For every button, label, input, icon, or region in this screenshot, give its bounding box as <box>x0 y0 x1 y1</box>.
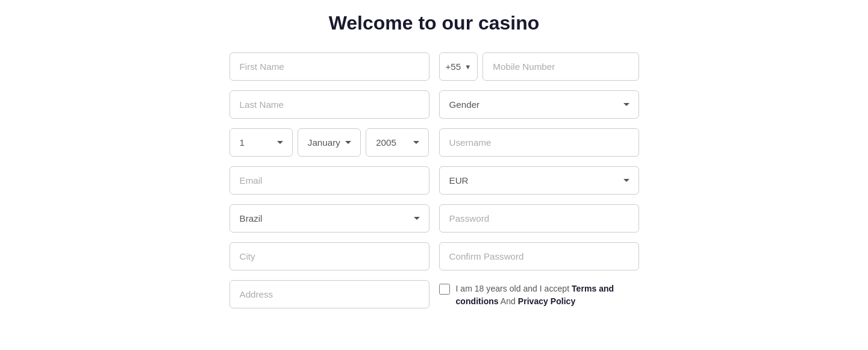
currency-select[interactable]: EUR USD BRL GBP <box>439 166 639 195</box>
month-select[interactable]: January February March <box>298 128 361 157</box>
confirm-password-field-wrap <box>439 242 639 270</box>
currency-field-wrap: EUR USD BRL GBP <box>439 166 639 195</box>
gender-field-wrap: Gender Male Female Other <box>439 90 639 119</box>
address-input[interactable] <box>229 280 429 308</box>
city-input[interactable] <box>229 242 429 270</box>
privacy-policy-link[interactable]: Privacy Policy <box>518 296 575 306</box>
last-name-input[interactable] <box>229 90 429 119</box>
address-field-wrap <box>229 280 429 308</box>
phone-row: +55 ▼ <box>439 52 639 81</box>
phone-code-select[interactable]: +55 ▼ <box>439 52 478 81</box>
year-select[interactable]: 2005 2004 2000 <box>366 128 429 157</box>
city-field-wrap <box>229 242 429 270</box>
chevron-down-icon: ▼ <box>464 63 471 70</box>
terms-checkbox[interactable] <box>439 284 450 295</box>
terms-row: I am 18 years old and I accept Terms and… <box>439 280 639 308</box>
password-field-wrap <box>439 204 639 233</box>
phone-code-value: +55 <box>446 61 461 72</box>
date-of-birth-row: 1 2 3 15 31 January February March 2005 … <box>229 128 429 157</box>
day-select[interactable]: 1 2 3 15 31 <box>229 128 293 157</box>
registration-form: +55 ▼ Gender Male Female Other 1 2 3 15 <box>0 52 868 308</box>
terms-text-mid: And <box>501 296 518 306</box>
password-input[interactable] <box>439 204 639 233</box>
gender-select[interactable]: Gender Male Female Other <box>439 90 639 119</box>
mobile-number-input[interactable] <box>482 52 639 81</box>
first-name-input[interactable] <box>229 52 429 81</box>
terms-label: I am 18 years old and I accept Terms and… <box>456 283 639 308</box>
email-field-wrap <box>229 166 429 195</box>
first-name-field-wrap <box>229 52 429 81</box>
last-name-field-wrap <box>229 90 429 119</box>
confirm-password-input[interactable] <box>439 242 639 270</box>
email-input[interactable] <box>229 166 429 195</box>
terms-text-pre: I am 18 years old and I accept <box>456 284 572 293</box>
form-grid: +55 ▼ Gender Male Female Other 1 2 3 15 <box>229 52 639 308</box>
country-field-wrap: Brazil USA UK <box>229 204 429 233</box>
page-title: Welcome to our casino <box>0 12 868 34</box>
username-field-wrap <box>439 128 639 157</box>
username-input[interactable] <box>439 128 639 157</box>
country-select[interactable]: Brazil USA UK <box>229 204 429 233</box>
